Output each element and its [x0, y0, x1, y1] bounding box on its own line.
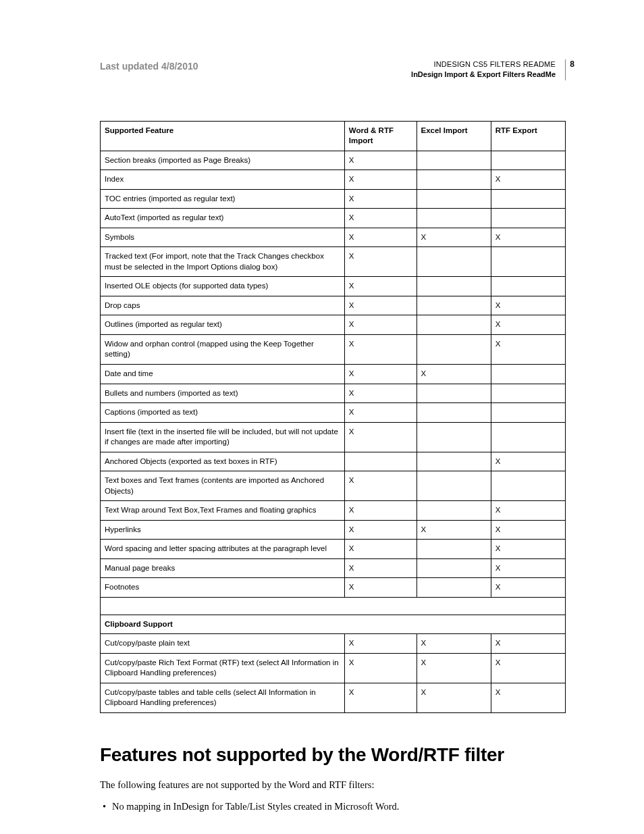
cell-feature: Index [101, 170, 345, 190]
section-intro: The following features are not supported… [100, 778, 566, 793]
cell-word_rtf: X [344, 315, 417, 335]
cell-word_rtf: X [344, 578, 417, 598]
cell-excel [417, 452, 491, 471]
cell-rtf_export: X [491, 334, 565, 364]
cell-rtf_export [491, 247, 565, 277]
cell-excel: X [417, 228, 491, 247]
table-row: IndexXX [101, 170, 566, 190]
table-row: Text boxes and Text frames (contents are… [101, 471, 566, 501]
cell-excel [417, 471, 491, 501]
table-row: Inserted OLE objects (for supported data… [101, 277, 566, 296]
cell-feature: Text Wrap around Text Box,Text Frames an… [101, 501, 345, 521]
cell-feature: Manual page breaks [101, 558, 345, 578]
cell-excel: X [417, 653, 491, 683]
cell-feature: Word spacing and letter spacing attribut… [101, 540, 345, 559]
list-item: No mapping in InDesign for Table/List St… [103, 801, 566, 812]
cell-excel [417, 384, 491, 403]
bullet-list: No mapping in InDesign for Table/List St… [100, 801, 566, 812]
cell-word_rtf: X [344, 471, 417, 501]
cell-rtf_export [491, 471, 565, 501]
cell-rtf_export: X [491, 501, 565, 521]
last-updated: Last updated 4/8/2010 [100, 59, 198, 72]
cell-word_rtf: X [344, 558, 417, 578]
cell-word_rtf: X [344, 228, 417, 247]
table-row: AutoText (imported as regular text)X [101, 209, 566, 228]
cell-rtf_export [491, 151, 565, 170]
table-row: Section breaks (imported as Page Breaks)… [101, 151, 566, 170]
table-row: SymbolsXXX [101, 228, 566, 247]
cell-excel [417, 151, 491, 170]
cell-word_rtf: X [344, 683, 417, 712]
cell-rtf_export: X [491, 540, 565, 559]
cell-excel [417, 403, 491, 423]
col-header-feature: Supported Feature [101, 121, 345, 151]
cell-feature: Footnotes [101, 578, 345, 598]
cell-feature: Cut/copy/paste tables and table cells (s… [101, 683, 345, 712]
table-header-row: Supported Feature Word & RTF Import Exce… [101, 121, 566, 151]
section2-header-row: Clipboard Support [101, 615, 566, 634]
cell-word_rtf: X [344, 501, 417, 521]
cell-excel [417, 422, 491, 452]
doc-title-line1: INDESIGN CS5 FILTERS README [411, 59, 556, 70]
page-header: Last updated 4/8/2010 8 INDESIGN CS5 FIL… [100, 59, 566, 80]
table-row: Anchored Objects (exported as text boxes… [101, 452, 566, 471]
page-container: Last updated 4/8/2010 8 INDESIGN CS5 FIL… [0, 0, 644, 812]
cell-rtf_export: X [491, 634, 565, 654]
col-header-word-rtf: Word & RTF Import [344, 121, 417, 151]
spacer-row [101, 597, 566, 615]
cell-word_rtf: X [344, 403, 417, 423]
cell-excel [417, 501, 491, 521]
cell-word_rtf: X [344, 189, 417, 209]
cell-word_rtf: X [344, 365, 417, 384]
table-row: Outlines (imported as regular text)XX [101, 315, 566, 335]
cell-excel [417, 170, 491, 190]
cell-rtf_export: X [491, 578, 565, 598]
cell-excel [417, 189, 491, 209]
cell-feature: Insert file (text in the inserted file w… [101, 422, 345, 452]
table-row: FootnotesXX [101, 578, 566, 598]
cell-word_rtf: X [344, 277, 417, 296]
cell-excel [417, 578, 491, 598]
cell-word_rtf: X [344, 540, 417, 559]
col-header-rtf-export: RTF Export [491, 121, 565, 151]
cell-excel [417, 247, 491, 277]
page-number: 8 [570, 59, 574, 70]
clipboard-support-header: Clipboard Support [101, 615, 566, 634]
table-row: Cut/copy/paste Rich Text Format (RTF) te… [101, 653, 566, 683]
cell-word_rtf: X [344, 653, 417, 683]
cell-excel [417, 558, 491, 578]
cell-feature: Drop caps [101, 296, 345, 315]
cell-excel: X [417, 683, 491, 712]
cell-excel [417, 334, 491, 364]
cell-word_rtf: X [344, 422, 417, 452]
cell-rtf_export [491, 403, 565, 423]
cell-excel: X [417, 365, 491, 384]
cell-rtf_export [491, 277, 565, 296]
table-row: Insert file (text in the inserted file w… [101, 422, 566, 452]
cell-excel: X [417, 634, 491, 654]
table-row: Cut/copy/paste plain textXXX [101, 634, 566, 654]
cell-word_rtf [344, 452, 417, 471]
cell-word_rtf: X [344, 151, 417, 170]
table-row: Bullets and numbers (imported as text)X [101, 384, 566, 403]
cell-excel [417, 315, 491, 335]
cell-rtf_export [491, 189, 565, 209]
cell-feature: Date and time [101, 365, 345, 384]
cell-excel [417, 277, 491, 296]
cell-rtf_export: X [491, 683, 565, 712]
table-row: Drop capsXX [101, 296, 566, 315]
cell-rtf_export [491, 365, 565, 384]
table-row: Cut/copy/paste tables and table cells (s… [101, 683, 566, 712]
cell-rtf_export [491, 422, 565, 452]
section-title: Features not supported by the Word/RTF f… [100, 744, 566, 766]
cell-feature: Hyperlinks [101, 520, 345, 540]
cell-feature: Outlines (imported as regular text) [101, 315, 345, 335]
cell-feature: Text boxes and Text frames (contents are… [101, 471, 345, 501]
cell-feature: Tracked text (For import, note that the … [101, 247, 345, 277]
doc-title-line2: InDesign Import & Export Filters ReadMe [411, 70, 556, 80]
cell-feature: Cut/copy/paste Rich Text Format (RTF) te… [101, 653, 345, 683]
cell-rtf_export: X [491, 296, 565, 315]
table-row: Manual page breaksXX [101, 558, 566, 578]
cell-feature: TOC entries (imported as regular text) [101, 189, 345, 209]
cell-excel [417, 540, 491, 559]
